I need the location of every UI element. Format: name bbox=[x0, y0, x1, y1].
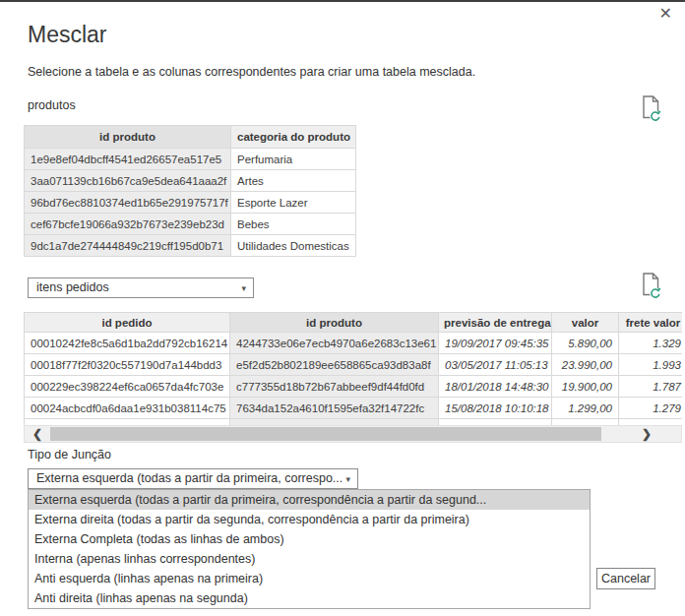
join-kind-select[interactable]: Externa esquerda (todas a partir da prim… bbox=[28, 468, 358, 489]
dialog-top-edge bbox=[0, 0, 685, 2]
table-cell[interactable]: 1.993 bbox=[619, 354, 683, 376]
table-cell[interactable]: Esporte Lazer bbox=[231, 192, 356, 214]
column-header[interactable]: categoria do produto bbox=[231, 126, 356, 149]
refresh-preview-icon[interactable] bbox=[640, 94, 663, 122]
table-row: 3aa071139cb16b67ca9e5dea641aaa2fArtes bbox=[25, 170, 356, 192]
table-cell[interactable]: e5f2d52b802189ee658865ca93d83a8f bbox=[230, 354, 439, 376]
table-cell[interactable]: 19.900,00 bbox=[552, 376, 619, 398]
join-option[interactable]: Interna (apenas linhas correspondentes) bbox=[29, 549, 590, 569]
chevron-down-icon: ▾ bbox=[241, 278, 246, 298]
table-cell[interactable]: 1.329 bbox=[619, 333, 683, 354]
dialog-subtitle: Selecione a tabela e as colunas correspo… bbox=[28, 65, 475, 79]
join-kind-dropdown-list: Externa esquerda (todas a partir da prim… bbox=[28, 489, 591, 609]
table-cell[interactable]: 1.299,00 bbox=[552, 398, 619, 419]
table-cell[interactable]: 19/09/2017 09:45:35 bbox=[439, 333, 552, 354]
table-row: 00018f77f2f0320c557190d7a144bdd3e5f2d52b… bbox=[25, 354, 683, 376]
join-kind-select-value: Externa esquerda (todas a partir da prim… bbox=[36, 471, 342, 485]
table-row: 000229ec398224ef6ca0657da4fc703ec777355d… bbox=[25, 376, 683, 398]
table-cell[interactable]: Artes bbox=[231, 170, 356, 192]
products-table: id produtocategoria do produto1e9e8ef04d… bbox=[24, 125, 355, 257]
table-cell[interactable]: 23.990,00 bbox=[552, 354, 619, 376]
table-header-row: id produtocategoria do produto bbox=[25, 126, 356, 149]
scroll-left-icon[interactable]: ❮ bbox=[32, 426, 42, 442]
refresh-preview-icon[interactable] bbox=[640, 272, 663, 299]
table-cell[interactable]: 5.890,00 bbox=[552, 333, 619, 354]
table-row: 96bd76ec8810374ed1b65e291975717fEsporte … bbox=[25, 192, 356, 214]
join-option[interactable]: Externa Completa (todas as linhas de amb… bbox=[29, 529, 590, 549]
table-cell[interactable]: Utilidades Domesticas bbox=[231, 235, 356, 257]
table-cell[interactable]: 00024acbcdf0a6daa1e931b038114c75 bbox=[25, 398, 230, 419]
table-cell[interactable]: 96bd76ec8810374ed1b65e291975717f bbox=[25, 192, 231, 214]
first-table-label: produtos bbox=[28, 98, 76, 112]
table-cell[interactable]: 7634da152a4610f1595efa32f14722fc bbox=[230, 398, 439, 419]
second-table-select-value: itens pedidos bbox=[36, 280, 109, 294]
table-cell[interactable]: 3aa071139cb16b67ca9e5dea641aaa2f bbox=[25, 170, 231, 192]
table-cell[interactable]: 03/05/2017 11:05:13 bbox=[439, 354, 552, 376]
join-option[interactable]: Anti esquerda (linhas apenas na primeira… bbox=[29, 569, 590, 588]
close-icon[interactable]: ✕ bbox=[659, 5, 672, 23]
join-kind-label: Tipo de Junção bbox=[28, 448, 111, 462]
table-cell[interactable]: 00010242fe8c5a6d1ba2dd792cb16214 bbox=[25, 333, 230, 354]
order-items-table: id pedidoid produtoprevisão de entregava… bbox=[24, 312, 682, 443]
table-cell[interactable]: 00018f77f2f0320c557190d7a144bdd3 bbox=[25, 354, 230, 376]
table-cell[interactable]: 18/01/2018 14:48:30 bbox=[439, 376, 552, 398]
table-header-row: id pedidoid produtoprevisão de entregava… bbox=[25, 313, 683, 333]
table-cell[interactable]: 1e9e8ef04dbcff4541ed26657ea517e5 bbox=[25, 149, 231, 170]
column-header[interactable]: id produto bbox=[230, 313, 439, 333]
column-header[interactable]: valor bbox=[552, 313, 619, 333]
column-header[interactable]: id pedido bbox=[25, 313, 230, 333]
table-row: 00010242fe8c5a6d1ba2dd792cb162144244733e… bbox=[25, 333, 683, 354]
table-row: 00024acbcdf0a6daa1e931b038114c757634da15… bbox=[25, 398, 683, 419]
join-option[interactable]: Anti direita (linhas apenas na segunda) bbox=[29, 588, 590, 608]
column-header[interactable]: frete valor bbox=[619, 313, 683, 333]
table-cell[interactable]: c777355d18b72b67abbeef9df44fd0fd bbox=[230, 376, 439, 398]
table-cell[interactable]: 15/08/2018 10:10:18 bbox=[439, 398, 552, 419]
scrollbar-thumb[interactable] bbox=[50, 427, 601, 441]
scroll-right-icon[interactable]: ❯ bbox=[642, 426, 652, 442]
horizontal-scrollbar[interactable]: ❮ ❯ bbox=[24, 425, 682, 443]
table-row: 9dc1a7de274444849c219cff195d0b71Utilidad… bbox=[25, 235, 356, 257]
dialog-title: Mesclar bbox=[28, 22, 107, 48]
second-table-select[interactable]: itens pedidos ▾ bbox=[28, 277, 254, 298]
column-header[interactable]: id produto bbox=[25, 126, 231, 149]
join-option[interactable]: Externa esquerda (todas a partir da prim… bbox=[29, 490, 590, 510]
table-cell[interactable]: 4244733e06e7ecb4970a6e2683c13e61 bbox=[230, 333, 439, 354]
table-cell[interactable]: 000229ec398224ef6ca0657da4fc703e bbox=[25, 376, 230, 398]
table-cell[interactable]: 9dc1a7de274444849c219cff195d0b71 bbox=[25, 235, 231, 257]
table-cell[interactable]: 1.279 bbox=[619, 398, 683, 419]
cancel-button[interactable]: Cancelar bbox=[596, 568, 655, 589]
join-option[interactable]: Externa direita (todas a partir da segun… bbox=[29, 510, 590, 529]
table-row: 1e9e8ef04dbcff4541ed26657ea517e5Perfumar… bbox=[25, 149, 356, 170]
table-cell[interactable]: cef67bcfe19066a932b7673e239eb23d bbox=[25, 214, 231, 235]
table-cell[interactable]: 1.787 bbox=[619, 376, 683, 398]
chevron-down-icon: ▾ bbox=[345, 469, 350, 489]
table-row: cef67bcfe19066a932b7673e239eb23dBebes bbox=[25, 214, 356, 235]
column-header[interactable]: previsão de entrega bbox=[439, 313, 552, 333]
table-cell[interactable]: Perfumaria bbox=[231, 149, 356, 170]
table-cell[interactable]: Bebes bbox=[231, 214, 356, 235]
